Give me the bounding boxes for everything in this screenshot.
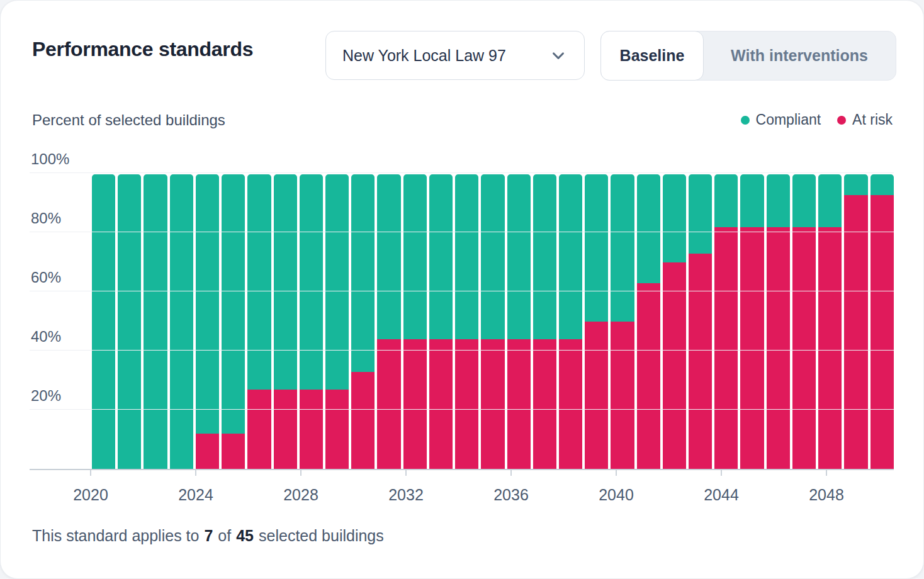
compliant-segment-2024 (196, 174, 219, 434)
y-axis-label-20: 20% (31, 387, 87, 405)
toggle-with-interventions-button[interactable]: With interventions (703, 31, 896, 80)
at-risk-segment-2050 (870, 195, 894, 469)
at-risk-segment-2029 (325, 390, 349, 469)
compliant-segment-2023 (170, 174, 193, 469)
bar-2020[interactable] (92, 174, 115, 469)
x-axis-label-2024: 2024 (158, 486, 234, 504)
at-risk-segment-2044 (714, 227, 738, 469)
bar-2043[interactable] (689, 174, 712, 469)
compliant-dot-icon (741, 116, 750, 125)
bar-2032[interactable] (403, 174, 427, 469)
bar-2050[interactable] (870, 174, 894, 469)
chart-axis-title: Percent of selected buildings (32, 111, 225, 129)
bar-2037[interactable] (533, 174, 556, 469)
bar-2027[interactable] (274, 174, 297, 469)
at-risk-segment-2024 (196, 434, 219, 469)
bar-2030[interactable] (351, 174, 375, 469)
x-axis-label-2036: 2036 (473, 486, 549, 504)
standard-dropdown[interactable]: New York Local Law 97 (325, 31, 585, 80)
x-axis-tick-2028 (300, 470, 301, 476)
bar-2035[interactable] (481, 174, 504, 469)
at-risk-segment-2035 (481, 339, 504, 469)
compliant-segment-2036 (507, 174, 531, 339)
bar-2026[interactable] (247, 174, 271, 469)
compliant-segment-2027 (274, 174, 297, 390)
at-risk-segment-2038 (559, 339, 582, 469)
at-risk-segment-2025 (222, 434, 245, 469)
x-axis-label-2028: 2028 (263, 486, 339, 504)
at-risk-segment-2037 (533, 339, 556, 469)
bar-2021[interactable] (118, 174, 141, 469)
x-axis-label-2048: 2048 (789, 486, 864, 504)
bar-2024[interactable] (196, 174, 219, 469)
at-risk-segment-2031 (377, 339, 400, 469)
toggle-baseline-button[interactable]: Baseline (600, 31, 704, 81)
bar-2040[interactable] (611, 174, 634, 469)
x-axis-tick-2040 (616, 470, 617, 476)
footnote-total: 45 (236, 527, 254, 545)
compliant-segment-2032 (403, 174, 427, 339)
y-axis-label-40: 40% (31, 328, 87, 346)
compliant-segment-2025 (222, 174, 245, 434)
footnote-suffix: selected buildings (259, 527, 384, 545)
standard-dropdown-value: New York Local Law 97 (342, 47, 506, 65)
bar-2022[interactable] (144, 174, 167, 469)
bar-2033[interactable] (429, 174, 453, 469)
gridline-100 (30, 172, 894, 173)
compliant-segment-2043 (689, 174, 712, 254)
at-risk-dot-icon (837, 116, 846, 125)
compliant-segment-2048 (818, 174, 842, 227)
bar-2034[interactable] (455, 174, 478, 469)
at-risk-segment-2048 (818, 227, 842, 469)
bar-2042[interactable] (663, 174, 686, 469)
compliant-segment-2021 (118, 174, 141, 469)
compliant-segment-2049 (844, 174, 867, 195)
bar-2028[interactable] (300, 174, 323, 469)
bar-2023[interactable] (170, 174, 193, 469)
compliant-segment-2028 (300, 174, 323, 390)
compliant-segment-2050 (870, 174, 894, 195)
compliant-segment-2040 (611, 174, 634, 322)
bar-2025[interactable] (222, 174, 245, 469)
compliant-segment-2037 (533, 174, 556, 339)
bar-2038[interactable] (559, 174, 582, 469)
performance-standards-card: Performance standards New York Local Law… (0, 0, 924, 579)
page-title: Performance standards (32, 38, 253, 61)
compliant-segment-2029 (325, 174, 349, 390)
compliant-segment-2042 (663, 174, 686, 262)
bar-2029[interactable] (325, 174, 349, 469)
bar-2031[interactable] (377, 174, 400, 469)
compliant-segment-2047 (792, 174, 816, 227)
y-axis-label-60: 60% (31, 269, 87, 286)
bar-2036[interactable] (507, 174, 531, 469)
footnote-count: 7 (204, 527, 213, 545)
compliant-segment-2030 (351, 174, 375, 372)
legend-item-at-risk: At risk (837, 111, 893, 128)
at-risk-segment-2046 (767, 227, 790, 469)
at-risk-segment-2036 (507, 339, 531, 469)
bar-2046[interactable] (767, 174, 790, 469)
x-axis-label-2040: 2040 (578, 486, 654, 504)
at-risk-segment-2041 (637, 283, 660, 469)
compliant-segment-2031 (377, 174, 400, 339)
chevron-down-icon (549, 46, 568, 65)
x-axis-label-2044: 2044 (684, 486, 759, 504)
legend-label-compliant: Compliant (756, 111, 821, 128)
x-axis-tick-2020 (90, 470, 91, 476)
bar-2047[interactable] (792, 174, 816, 469)
bar-2049[interactable] (844, 174, 867, 469)
chart-legend: Compliant At risk (741, 111, 893, 128)
scenario-toggle: Baseline With interventions (600, 31, 896, 81)
bar-2048[interactable] (818, 174, 842, 469)
at-risk-segment-2032 (403, 339, 427, 469)
at-risk-segment-2034 (455, 339, 478, 469)
compliant-segment-2046 (767, 174, 790, 227)
stacked-bar-chart: 20%40%60%80%100%202020242028203220362040… (1, 1, 923, 578)
bar-2044[interactable] (714, 174, 738, 469)
bar-2039[interactable] (585, 174, 608, 469)
compliant-segment-2033 (429, 174, 453, 339)
bar-2045[interactable] (740, 174, 763, 469)
at-risk-segment-2030 (351, 372, 375, 469)
at-risk-segment-2039 (585, 322, 608, 469)
bar-2041[interactable] (637, 174, 660, 469)
